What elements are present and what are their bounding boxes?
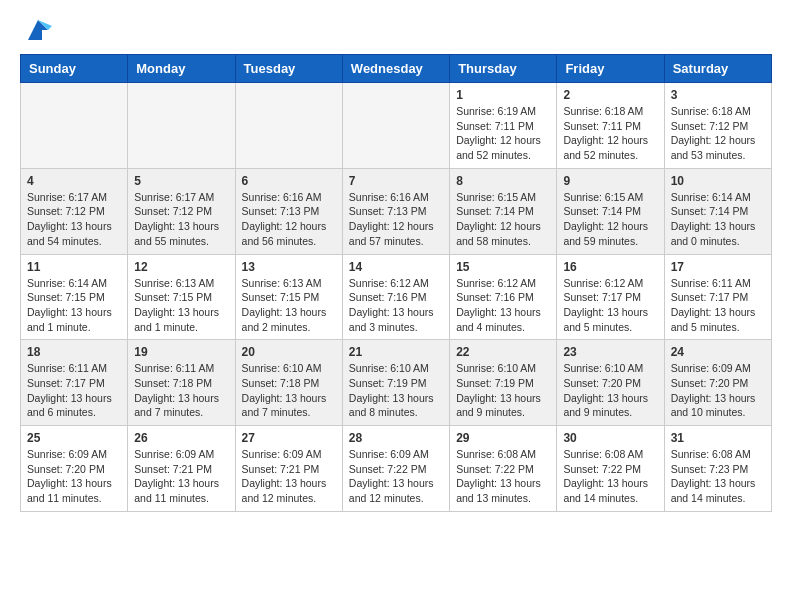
sunset-label: Sunset: 7:20 PM [671,377,749,389]
day-number: 28 [349,431,443,445]
day-number: 10 [671,174,765,188]
daylight-label: Daylight: 13 hours and 2 minutes. [242,306,327,333]
day-number: 17 [671,260,765,274]
sunset-label: Sunset: 7:16 PM [349,291,427,303]
daylight-label: Daylight: 13 hours and 0 minutes. [671,220,756,247]
day-number: 20 [242,345,336,359]
day-info: Sunrise: 6:11 AMSunset: 7:17 PMDaylight:… [27,361,121,420]
calendar-day-25: 25Sunrise: 6:09 AMSunset: 7:20 PMDayligh… [21,426,128,512]
calendar-week-row: 11Sunrise: 6:14 AMSunset: 7:15 PMDayligh… [21,254,772,340]
sunset-label: Sunset: 7:16 PM [456,291,534,303]
daylight-label: Daylight: 13 hours and 9 minutes. [456,392,541,419]
calendar-day-6: 6Sunrise: 6:16 AMSunset: 7:13 PMDaylight… [235,168,342,254]
day-info: Sunrise: 6:19 AMSunset: 7:11 PMDaylight:… [456,104,550,163]
daylight-label: Daylight: 13 hours and 9 minutes. [563,392,648,419]
sunset-label: Sunset: 7:19 PM [349,377,427,389]
sunrise-label: Sunrise: 6:15 AM [456,191,536,203]
sunrise-label: Sunrise: 6:09 AM [242,448,322,460]
calendar-day-18: 18Sunrise: 6:11 AMSunset: 7:17 PMDayligh… [21,340,128,426]
sunset-label: Sunset: 7:15 PM [242,291,320,303]
sunset-label: Sunset: 7:20 PM [27,463,105,475]
day-info: Sunrise: 6:13 AMSunset: 7:15 PMDaylight:… [242,276,336,335]
day-info: Sunrise: 6:10 AMSunset: 7:18 PMDaylight:… [242,361,336,420]
sunrise-label: Sunrise: 6:17 AM [27,191,107,203]
calendar-day-30: 30Sunrise: 6:08 AMSunset: 7:22 PMDayligh… [557,426,664,512]
daylight-label: Daylight: 13 hours and 12 minutes. [242,477,327,504]
sunrise-label: Sunrise: 6:15 AM [563,191,643,203]
day-number: 31 [671,431,765,445]
sunset-label: Sunset: 7:11 PM [456,120,534,132]
calendar-day-4: 4Sunrise: 6:17 AMSunset: 7:12 PMDaylight… [21,168,128,254]
sunset-label: Sunset: 7:14 PM [563,205,641,217]
day-number: 16 [563,260,657,274]
day-number: 22 [456,345,550,359]
day-number: 8 [456,174,550,188]
sunrise-label: Sunrise: 6:09 AM [27,448,107,460]
day-number: 4 [27,174,121,188]
empty-day [128,83,235,169]
sunrise-label: Sunrise: 6:18 AM [671,105,751,117]
sunrise-label: Sunrise: 6:09 AM [349,448,429,460]
sunrise-label: Sunrise: 6:12 AM [456,277,536,289]
calendar-day-12: 12Sunrise: 6:13 AMSunset: 7:15 PMDayligh… [128,254,235,340]
day-number: 5 [134,174,228,188]
sunset-label: Sunset: 7:12 PM [671,120,749,132]
sunset-label: Sunset: 7:14 PM [671,205,749,217]
day-info: Sunrise: 6:09 AMSunset: 7:21 PMDaylight:… [134,447,228,506]
sunrise-label: Sunrise: 6:12 AM [563,277,643,289]
daylight-label: Daylight: 12 hours and 53 minutes. [671,134,756,161]
empty-day [342,83,449,169]
daylight-label: Daylight: 13 hours and 8 minutes. [349,392,434,419]
sunset-label: Sunset: 7:18 PM [134,377,212,389]
daylight-label: Daylight: 13 hours and 11 minutes. [134,477,219,504]
day-info: Sunrise: 6:11 AMSunset: 7:17 PMDaylight:… [671,276,765,335]
day-info: Sunrise: 6:12 AMSunset: 7:16 PMDaylight:… [456,276,550,335]
header-wednesday: Wednesday [342,55,449,83]
calendar-week-row: 1Sunrise: 6:19 AMSunset: 7:11 PMDaylight… [21,83,772,169]
calendar-day-27: 27Sunrise: 6:09 AMSunset: 7:21 PMDayligh… [235,426,342,512]
header-monday: Monday [128,55,235,83]
daylight-label: Daylight: 13 hours and 7 minutes. [134,392,219,419]
sunrise-label: Sunrise: 6:10 AM [349,362,429,374]
calendar-day-2: 2Sunrise: 6:18 AMSunset: 7:11 PMDaylight… [557,83,664,169]
daylight-label: Daylight: 13 hours and 4 minutes. [456,306,541,333]
daylight-label: Daylight: 12 hours and 57 minutes. [349,220,434,247]
day-number: 12 [134,260,228,274]
sunset-label: Sunset: 7:15 PM [27,291,105,303]
sunset-label: Sunset: 7:22 PM [563,463,641,475]
calendar-table: SundayMondayTuesdayWednesdayThursdayFrid… [20,54,772,512]
sunrise-label: Sunrise: 6:10 AM [242,362,322,374]
sunrise-label: Sunrise: 6:13 AM [134,277,214,289]
day-info: Sunrise: 6:14 AMSunset: 7:14 PMDaylight:… [671,190,765,249]
sunrise-label: Sunrise: 6:19 AM [456,105,536,117]
daylight-label: Daylight: 13 hours and 5 minutes. [563,306,648,333]
sunset-label: Sunset: 7:11 PM [563,120,641,132]
day-info: Sunrise: 6:09 AMSunset: 7:20 PMDaylight:… [27,447,121,506]
daylight-label: Daylight: 13 hours and 54 minutes. [27,220,112,247]
daylight-label: Daylight: 13 hours and 3 minutes. [349,306,434,333]
daylight-label: Daylight: 13 hours and 55 minutes. [134,220,219,247]
daylight-label: Daylight: 13 hours and 13 minutes. [456,477,541,504]
sunrise-label: Sunrise: 6:16 AM [242,191,322,203]
day-number: 26 [134,431,228,445]
calendar-day-11: 11Sunrise: 6:14 AMSunset: 7:15 PMDayligh… [21,254,128,340]
calendar-day-1: 1Sunrise: 6:19 AMSunset: 7:11 PMDaylight… [450,83,557,169]
sunset-label: Sunset: 7:21 PM [242,463,320,475]
calendar-week-row: 4Sunrise: 6:17 AMSunset: 7:12 PMDaylight… [21,168,772,254]
day-number: 3 [671,88,765,102]
sunrise-label: Sunrise: 6:08 AM [671,448,751,460]
day-number: 6 [242,174,336,188]
sunset-label: Sunset: 7:12 PM [27,205,105,217]
sunrise-label: Sunrise: 6:08 AM [563,448,643,460]
sunrise-label: Sunrise: 6:18 AM [563,105,643,117]
daylight-label: Daylight: 12 hours and 59 minutes. [563,220,648,247]
daylight-label: Daylight: 13 hours and 1 minute. [27,306,112,333]
sunset-label: Sunset: 7:13 PM [242,205,320,217]
sunset-label: Sunset: 7:18 PM [242,377,320,389]
day-number: 13 [242,260,336,274]
day-number: 23 [563,345,657,359]
calendar-day-19: 19Sunrise: 6:11 AMSunset: 7:18 PMDayligh… [128,340,235,426]
day-info: Sunrise: 6:15 AMSunset: 7:14 PMDaylight:… [456,190,550,249]
calendar-day-16: 16Sunrise: 6:12 AMSunset: 7:17 PMDayligh… [557,254,664,340]
sunrise-label: Sunrise: 6:12 AM [349,277,429,289]
